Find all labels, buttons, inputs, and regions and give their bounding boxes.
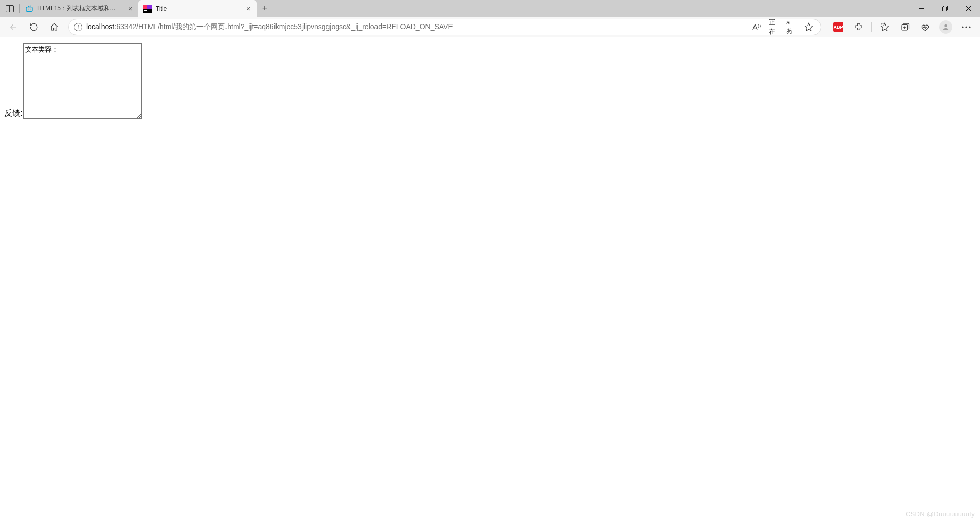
divider [871, 22, 872, 32]
svg-rect-5 [147, 5, 152, 9]
url-path: :63342/HTML/html/我的第一个网页.html?_ijt=aq86i… [114, 22, 453, 31]
svg-point-15 [969, 26, 970, 28]
feedback-label: 反馈: [4, 108, 22, 119]
svg-point-14 [965, 26, 967, 28]
abp-icon: ABP [833, 22, 843, 32]
extensions-button[interactable] [849, 19, 868, 35]
tabs-container: HTML15：列表框文本域和文件域 × Title × + [20, 0, 273, 17]
tab-1[interactable]: HTML15：列表框文本域和文件域 × [20, 0, 138, 17]
performance-button[interactable] [916, 19, 935, 35]
address-bar-right: A⁾⁾ 正在 aあ [749, 20, 816, 34]
page-content: 反馈: [0, 37, 980, 125]
site-info-icon[interactable]: i [74, 23, 82, 31]
svg-rect-0 [26, 7, 32, 11]
url-text: localhost:63342/HTML/html/我的第一个网页.html?_… [86, 22, 745, 32]
svg-point-2 [30, 8, 31, 9]
tab-2[interactable]: Title × [138, 0, 257, 17]
translate-status-label[interactable]: 正在 [767, 20, 781, 34]
svg-rect-8 [942, 7, 946, 11]
read-aloud-button[interactable]: A⁾⁾ [749, 20, 764, 34]
svg-point-1 [28, 8, 29, 9]
toolbar-right: ABP [828, 19, 976, 35]
avatar-icon [939, 20, 952, 34]
svg-point-13 [962, 26, 963, 28]
watermark: CSDN @Duuuuuuuuty [906, 510, 975, 518]
svg-point-12 [944, 24, 947, 27]
favorite-button[interactable] [801, 20, 816, 34]
home-button[interactable] [45, 19, 63, 35]
close-window-button[interactable] [957, 0, 980, 17]
translate-icon[interactable]: aあ [784, 20, 798, 34]
tab-title: HTML15：列表框文本域和文件域 [37, 4, 122, 13]
feedback-textarea[interactable] [23, 43, 142, 119]
tab-actions-button[interactable] [0, 0, 19, 17]
collections-button[interactable] [895, 19, 915, 35]
tab-actions-icon [6, 5, 14, 12]
refresh-button[interactable] [24, 19, 43, 35]
favorites-button[interactable] [875, 19, 894, 35]
new-tab-button[interactable]: + [257, 0, 273, 17]
window-controls [910, 0, 980, 17]
profile-button[interactable] [936, 19, 956, 35]
maximize-button[interactable] [933, 0, 957, 17]
titlebar: HTML15：列表框文本域和文件域 × Title × + [0, 0, 980, 17]
toolbar: i localhost:63342/HTML/html/我的第一个网页.html… [0, 17, 980, 37]
feedback-row: 反馈: [4, 43, 976, 119]
address-bar[interactable]: i localhost:63342/HTML/html/我的第一个网页.html… [68, 19, 821, 35]
more-button[interactable] [957, 19, 976, 35]
bilibili-icon [25, 5, 33, 13]
minimize-button[interactable] [910, 0, 933, 17]
plus-icon: + [262, 3, 268, 14]
url-host: localhost [86, 22, 114, 31]
back-button[interactable] [4, 19, 22, 35]
close-icon[interactable]: × [244, 5, 253, 13]
adblock-button[interactable]: ABP [828, 19, 848, 35]
svg-rect-6 [144, 10, 147, 11]
close-icon[interactable]: × [126, 5, 134, 13]
svg-rect-4 [143, 5, 147, 9]
intellij-icon [143, 5, 152, 13]
tab-title: Title [156, 5, 240, 12]
